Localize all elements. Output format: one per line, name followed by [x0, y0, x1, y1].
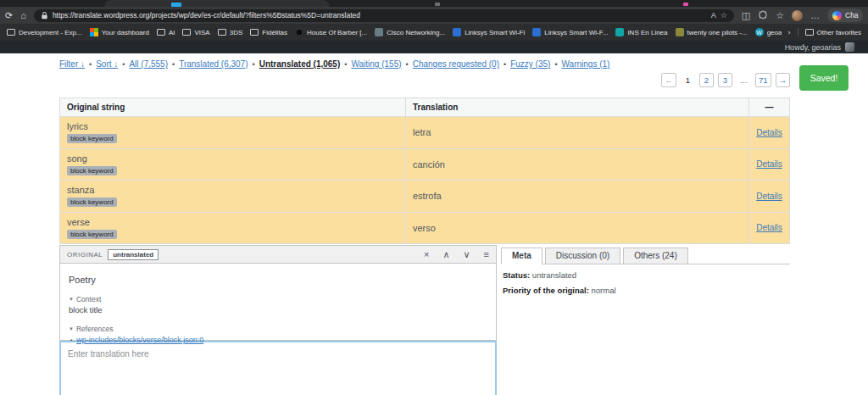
chevron-right-icon[interactable]: › — [788, 29, 791, 36]
bookmark-label: Linksys Smart Wi-F... — [544, 29, 608, 36]
site-favicon — [615, 28, 624, 36]
context-section-label: Context — [76, 295, 101, 303]
divider — [798, 28, 798, 36]
bookmark-label: Development - Exp... — [19, 29, 82, 36]
translation-cell: estrofa — [406, 181, 749, 212]
translation-editor: ORIGINAL untranslated × ∧ ∨ ≡ Poetry ▼ C… — [59, 245, 497, 395]
profile-avatar[interactable] — [792, 10, 803, 21]
references-section-toggle[interactable]: ▼ References — [69, 325, 487, 333]
bookmark-ai-folder[interactable]: AI — [157, 29, 175, 36]
copilot-button[interactable]: Cha — [827, 8, 863, 22]
context-section-toggle[interactable]: ▼ Context — [69, 295, 487, 303]
settings-ellipsis-icon[interactable]: … — [810, 11, 820, 20]
details-link[interactable]: Details — [756, 128, 782, 137]
filter-toggle[interactable]: Filter ↓ — [59, 59, 85, 69]
home-icon[interactable]: ⌂ — [20, 11, 26, 20]
avatar[interactable] — [845, 42, 854, 52]
other-favorites-label: Other favorites — [817, 29, 861, 36]
separator: • — [344, 60, 347, 69]
menu-icon[interactable]: ≡ — [484, 250, 489, 259]
favorites-hub-icon[interactable]: ☆ — [776, 11, 784, 20]
bookmark-linksys-1[interactable]: Linksys Smart Wi-Fi — [453, 28, 525, 36]
bookmark-label: Linksys Smart Wi-Fi — [465, 29, 525, 36]
bookmarks-list: Development - Exp... Your dashboard AI V… — [7, 28, 782, 36]
url-text[interactable]: https://translate.wordpress.org/projects… — [53, 11, 707, 19]
references-section-label: References — [76, 325, 113, 333]
filter-link-all[interactable]: All (7,555) — [129, 59, 168, 69]
table-row[interactable]: song block keyword canción Details — [59, 149, 790, 181]
split-screen-icon[interactable]: ◫ — [742, 11, 750, 20]
meta-content: Status: untranslated Priority of the ori… — [501, 264, 790, 307]
table-row[interactable]: stanza block keyword estrofa Details — [59, 181, 790, 213]
filter-link-translated[interactable]: Translated (6,307) — [179, 59, 248, 69]
page-2-button[interactable]: 2 — [699, 73, 714, 87]
other-favorites-button[interactable]: Other favorites — [805, 29, 861, 36]
details-link[interactable]: Details — [756, 192, 782, 201]
active-tab[interactable] — [104, 0, 330, 7]
bookmark-your-dashboard[interactable]: Your dashboard — [90, 28, 149, 36]
translation-cell: canción — [406, 149, 749, 181]
bookmark-house-of-barber[interactable]: House Of Barber [... — [295, 28, 367, 36]
filter-link-waiting[interactable]: Waiting (155) — [351, 59, 401, 69]
original-string: lyrics — [67, 121, 88, 131]
meta-panel: Meta Discussion (0) Others (24) Status: … — [501, 246, 790, 307]
bookmark-ins-en-linea[interactable]: INS En Linea — [615, 28, 667, 36]
priority-line: Priority of the original: normal — [503, 286, 788, 295]
last-page-button[interactable]: 71 — [755, 73, 771, 87]
actions-cell: Details — [749, 149, 789, 181]
priority-label: Priority of the original: — [503, 286, 589, 295]
context-badge: block keyword — [67, 166, 117, 175]
read-aloud-icon[interactable]: A — [711, 11, 716, 19]
chevron-down-icon[interactable]: ∨ — [464, 250, 470, 259]
bookmark-twenty-one-pilots[interactable]: twenty one pilots -... — [676, 28, 748, 36]
address-bar[interactable]: https://translate.wordpress.org/projects… — [34, 9, 734, 22]
tab-discussion[interactable]: Discussion (0) — [545, 248, 620, 264]
editor-controls: × ∧ ∨ ≡ — [424, 250, 489, 259]
bookmark-development[interactable]: Development - Exp... — [7, 29, 82, 36]
page-gap: … — [737, 73, 751, 87]
chevron-up-icon[interactable]: ∧ — [442, 250, 449, 259]
table-row[interactable]: verse block keyword verso Details — [59, 213, 790, 245]
current-page: 1 — [681, 73, 695, 87]
table-row[interactable]: lyrics block keyword letra Details — [59, 117, 790, 149]
tab-others[interactable]: Others (24) — [623, 248, 688, 264]
filter-link-changes-requested[interactable]: Changes requested (0) — [413, 59, 499, 69]
details-link[interactable]: Details — [756, 159, 782, 169]
tab-meta[interactable]: Meta — [501, 248, 542, 264]
page-3-button[interactable]: 3 — [718, 73, 732, 87]
separator: • — [554, 60, 557, 69]
extensions-puzzle-icon[interactable] — [758, 10, 768, 20]
add-favorite-star-icon[interactable]: ☆ — [721, 11, 727, 19]
filter-link-fuzzy[interactable]: Fuzzy (35) — [510, 59, 550, 69]
separator: • — [504, 60, 506, 69]
bookmark-visa-folder[interactable]: VISA — [182, 29, 209, 36]
browser-tab-strip[interactable] — [0, 0, 868, 7]
bookmark-label: House Of Barber [... — [307, 29, 367, 36]
translation-string: verso — [413, 223, 436, 233]
refresh-icon[interactable]: ⟳ — [5, 11, 13, 20]
prev-page-button[interactable]: ← — [661, 73, 676, 87]
bookmark-cisco[interactable]: Cisco Networking... — [375, 28, 445, 36]
tab-favicon-icon — [683, 3, 688, 6]
filter-link-warnings[interactable]: Warnings (1) — [562, 59, 610, 69]
sort-toggle[interactable]: Sort ↓ — [96, 59, 118, 69]
reference-link[interactable]: wp-includes/blocks/verse/block.json:0 — [76, 336, 203, 344]
status-line: Status: untranslated — [503, 270, 788, 280]
bookmark-fidelitas-folder[interactable]: Fidélitas — [250, 29, 287, 36]
bookmark-linksys-2[interactable]: Linksys Smart Wi-F... — [532, 28, 608, 36]
folder-icon — [157, 29, 165, 36]
filter-link-untranslated[interactable]: Untranslated (1,065) — [259, 59, 341, 69]
details-link[interactable]: Details — [756, 223, 782, 232]
separator: • — [253, 60, 255, 69]
close-icon[interactable]: × — [424, 250, 429, 259]
bookmark-geoarias-wordpress[interactable]: W geoarias_ @geoari... — [755, 28, 782, 36]
bookmark-3ds-folder[interactable]: 3DS — [218, 29, 243, 36]
translation-input[interactable] — [59, 341, 497, 395]
site-favicon — [453, 28, 461, 36]
howdy-account-link[interactable]: Howdy, geoarias — [785, 43, 841, 52]
microsoft-logo-icon — [90, 28, 98, 36]
editor-body: Poetry ▼ Context block title ▼ Reference… — [59, 264, 497, 341]
bookmarks-overflow: › Other favorites — [782, 28, 861, 36]
bookmark-label: 3DS — [230, 29, 243, 36]
next-page-button[interactable]: → — [776, 73, 791, 87]
